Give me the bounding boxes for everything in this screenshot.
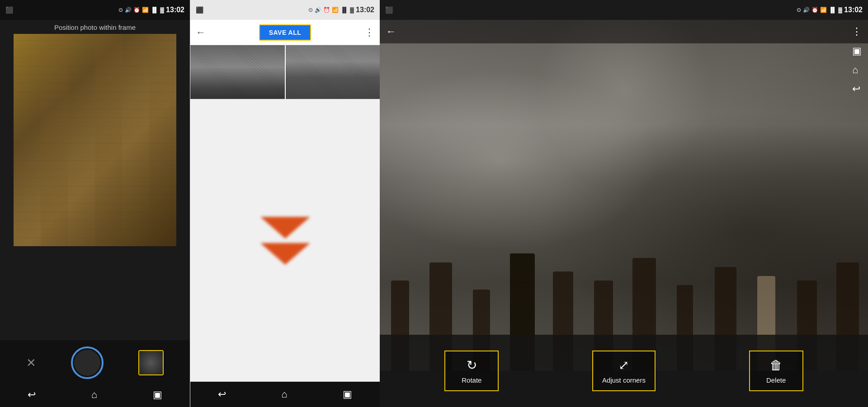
statusbar-right-panel1: ⊙ 🔊 ⏰ 📶 ▐▌ ▓ 13:02 (118, 6, 184, 14)
alarm-icon-p3: ⏰ (811, 7, 818, 13)
chevron-bottom (260, 243, 310, 265)
signal-icon-p2: ▐▌ (340, 7, 348, 13)
side-icons-panel3: ▣ ⌂ ↩ (852, 45, 862, 95)
delete-button[interactable]: 🗑 Delete (749, 351, 803, 391)
rotate-button[interactable]: ↻ Rotate (444, 351, 499, 391)
battery-icon-p3: ▓ (838, 7, 842, 13)
recents-nav-icon-p1[interactable]: ▣ (153, 389, 162, 401)
wifi-icon-p3: 📶 (820, 7, 827, 13)
navbar-panel1: ↩ ⌂ ▣ (0, 384, 190, 407)
save-all-button[interactable]: SAVE ALL (259, 24, 311, 41)
bw-photo-2 (286, 45, 380, 99)
shutter-inner (74, 350, 100, 376)
signal-icon-p3: ▐▌ (829, 7, 836, 13)
last-photo-thumbnail[interactable] (138, 350, 164, 375)
edit-panel: ⬛ ⊙ 🔊 ⏰ 📶 ▐▌ ▓ 13:02 ← ⋮ ▣ ⌂ ↩ (380, 0, 868, 407)
battery-icon-p2: ▓ (350, 7, 354, 13)
adjust-corners-label: Adjust corners (602, 376, 646, 384)
statusbar-left-panel3: ⬛ (385, 6, 393, 14)
time-panel2: 13:02 (356, 6, 374, 14)
wifi-icon: 📶 (142, 7, 149, 13)
wifi-icon-p2: 📶 (332, 7, 339, 13)
volume-icon: 🔊 (125, 7, 132, 13)
toolbar-right-p3: ⋮ (852, 26, 862, 37)
main-photo-panel3 (380, 20, 868, 371)
record-icon-p2: ⊙ (308, 7, 313, 13)
chevron-shape-1 (260, 217, 310, 239)
toolbar-panel2: ← SAVE ALL ⋮ (190, 20, 380, 45)
save-panel: ⬛ ⊙ 🔊 ⏰ 📶 ▐▌ ▓ 13:02 ← SAVE ALL ⋮ (190, 0, 380, 407)
record-icon: ⊙ (118, 7, 123, 13)
camera-panel: ⬛ ⊙ 🔊 ⏰ 📶 ▐▌ ▓ 13:02 Position photo with… (0, 0, 190, 407)
crop-square-icon[interactable]: ▣ (852, 45, 862, 57)
time-panel1: 13:02 (166, 6, 184, 14)
chevron-shape-2 (260, 243, 310, 265)
statusbar-panel1: ⬛ ⊙ 🔊 ⏰ 📶 ▐▌ ▓ 13:02 (0, 0, 190, 20)
record-icon-p3: ⊙ (797, 7, 801, 13)
volume-icon-p2: 🔊 (315, 7, 321, 13)
statusbar-panel3: ⬛ ⊙ 🔊 ⏰ 📶 ▐▌ ▓ 13:02 (380, 0, 868, 20)
screen-cast-icon: ⬛ (5, 6, 13, 14)
statusbar-left-panel1: ⬛ (5, 6, 13, 14)
chevron-top (260, 217, 310, 239)
alarm-icon-p2: ⏰ (323, 7, 330, 13)
adjust-corners-button[interactable]: ⤢ Adjust corners (592, 351, 656, 391)
thumbnail-1[interactable] (190, 45, 285, 99)
thumbnail-2[interactable] (285, 45, 380, 99)
bw-main-image (380, 20, 868, 371)
rotate-icon: ↻ (467, 358, 477, 373)
delete-icon: 🗑 (770, 358, 783, 373)
toolbar-panel3: ← ⋮ (380, 20, 868, 43)
scroll-down-indicator (260, 217, 310, 265)
flash-off-icon[interactable]: ✕ (26, 356, 36, 370)
rotate-label: Rotate (462, 376, 481, 384)
home-nav-icon-p1[interactable]: ⌂ (91, 389, 97, 401)
screen-cast-icon-p2: ⬛ (196, 6, 203, 14)
screen-cast-icon-p3: ⬛ (385, 6, 393, 14)
home-side-icon[interactable]: ⌂ (852, 64, 862, 76)
signal-icon: ▐▌ (151, 7, 158, 13)
adjust-corners-icon: ⤢ (618, 358, 629, 373)
back-button-p2[interactable]: ← (196, 27, 206, 38)
more-menu-button-p3[interactable]: ⋮ (852, 26, 862, 37)
recents-nav-icon-p2[interactable]: ▣ (343, 388, 352, 400)
panel2-main-content (190, 99, 380, 382)
camera-controls-row: ✕ (0, 340, 190, 384)
back-nav-icon-p1[interactable]: ↩ (28, 389, 36, 401)
statusbar-right-panel3: ⊙ 🔊 ⏰ 📶 ▐▌ ▓ 13:02 (797, 6, 863, 14)
action-buttons-panel3: ↻ Rotate ⤢ Adjust corners 🗑 Delete (380, 335, 868, 407)
shutter-button[interactable] (71, 346, 104, 379)
more-menu-button-p2[interactable]: ⋮ (364, 27, 374, 38)
back-nav-icon-p2[interactable]: ↩ (218, 388, 226, 400)
thumbnail-image (139, 351, 163, 374)
alarm-icon: ⏰ (133, 7, 140, 13)
statusbar-panel2: ⬛ ⊙ 🔊 ⏰ 📶 ▐▌ ▓ 13:02 (190, 0, 380, 20)
camera-title: Position photo within frame (0, 20, 190, 34)
camera-bottom-controls: ✕ ↩ ⌂ ▣ (0, 340, 190, 407)
thumbnail-1-image (190, 45, 285, 99)
thumbnail-2-image (286, 45, 380, 99)
bw-photo-1 (190, 45, 285, 99)
photo-thumbnails-row (190, 45, 380, 99)
volume-icon-p3: 🔊 (803, 7, 810, 13)
delete-label: Delete (766, 376, 786, 384)
statusbar-left-panel2: ⬛ (196, 6, 203, 14)
camera-viewfinder (14, 34, 176, 246)
navbar-panel2: ↩ ⌂ ▣ (190, 382, 380, 407)
time-panel3: 13:02 (844, 6, 863, 14)
back-button-p3[interactable]: ← (386, 26, 396, 37)
statusbar-right-panel2: ⊙ 🔊 ⏰ 📶 ▐▌ ▓ 13:02 (308, 6, 374, 14)
home-nav-icon-p2[interactable]: ⌂ (281, 388, 287, 400)
undo-side-icon[interactable]: ↩ (852, 83, 862, 95)
battery-icon: ▓ (160, 7, 164, 13)
